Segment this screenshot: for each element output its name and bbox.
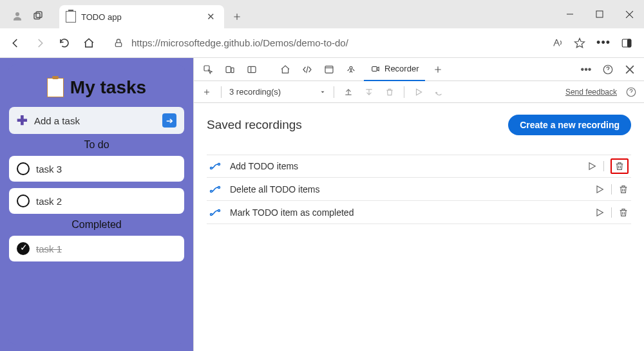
svg-rect-9	[231, 68, 234, 72]
svg-point-19	[218, 186, 220, 188]
task-checkbox-done[interactable]	[17, 242, 30, 255]
recording-row[interactable]: Add TODO items	[207, 155, 631, 178]
recording-name: Add TODO items	[230, 161, 578, 171]
svg-point-17	[218, 164, 220, 166]
recording-row[interactable]: Mark TODO item as completed	[207, 201, 631, 224]
titlebar: TODO app ✕	[0, 0, 644, 28]
chevron-down-icon	[319, 89, 326, 95]
toolbar-help-icon[interactable]	[625, 86, 638, 99]
flow-icon	[209, 185, 221, 194]
import-icon	[363, 86, 375, 99]
task-label: task 3	[36, 164, 62, 175]
tab-recorder-label: Recorder	[384, 64, 419, 73]
svg-rect-2	[36, 12, 42, 17]
recording-row[interactable]: Delete all TODO items	[207, 178, 631, 201]
delete-toolbar-icon	[383, 86, 396, 99]
task-checkbox[interactable]	[17, 194, 30, 207]
read-aloud-icon[interactable]	[551, 37, 563, 49]
window-minimize-icon[interactable]	[555, 0, 585, 28]
plus-icon: ✚	[17, 113, 28, 128]
svg-point-21	[218, 209, 220, 211]
camera-icon	[370, 64, 381, 73]
lock-icon	[113, 38, 124, 48]
inspect-icon[interactable]	[199, 61, 217, 79]
close-tab-icon[interactable]: ✕	[204, 11, 218, 23]
delete-recording-icon[interactable]	[611, 158, 629, 174]
play-recording-icon[interactable]	[587, 161, 597, 171]
task-row[interactable]: task 2	[9, 188, 184, 214]
profile-icon[interactable]	[12, 10, 23, 22]
recording-name: Delete all TODO items	[230, 184, 585, 194]
browser-tab[interactable]: TODO app ✕	[59, 5, 224, 28]
window-close-icon[interactable]	[614, 0, 644, 28]
svg-rect-11	[325, 66, 333, 73]
help-icon[interactable]	[599, 61, 617, 79]
device-toggle-icon[interactable]	[221, 61, 239, 79]
tab-title: TODO app	[81, 12, 199, 22]
create-recording-button[interactable]: Create a new recording	[508, 115, 631, 135]
svg-rect-10	[248, 66, 256, 72]
recordings-dropdown[interactable]: 3 recording(s)	[229, 87, 326, 97]
home-button[interactable]	[81, 35, 97, 51]
delete-recording-icon[interactable]	[618, 207, 629, 218]
recordings-count: 3 recording(s)	[229, 87, 281, 97]
send-feedback-link[interactable]: Send feedback	[565, 88, 617, 97]
more-tools-icon[interactable]: •••	[577, 61, 595, 79]
devtools-panel: Recorder ••• 3 recording(s) Send feedbac…	[193, 58, 644, 351]
welcome-tab-icon[interactable]	[276, 61, 294, 79]
svg-rect-4	[115, 43, 121, 46]
task-label: task 2	[36, 196, 62, 207]
submit-task-button[interactable]: ➔	[162, 113, 176, 128]
tab-actions-icon[interactable]	[32, 10, 44, 22]
new-recording-icon[interactable]	[200, 86, 213, 99]
svg-rect-13	[372, 66, 377, 71]
url-field[interactable]: https://microsoftedge.github.io/Demos/de…	[106, 37, 542, 48]
clipboard-icon	[47, 78, 64, 97]
refresh-button[interactable]	[57, 35, 72, 51]
elements-tab-icon[interactable]	[298, 61, 316, 79]
svg-point-16	[211, 167, 213, 169]
add-task-input[interactable]: ✚ Add a task ➔	[9, 107, 184, 134]
tab-recorder[interactable]: Recorder	[364, 58, 425, 81]
play-toolbar-icon	[412, 86, 425, 99]
new-tab-button[interactable]	[225, 5, 249, 28]
play-recording-icon[interactable]	[594, 184, 605, 194]
app-title: My tasks	[70, 77, 146, 98]
replay-settings-icon	[433, 86, 446, 99]
add-task-label: Add a task	[34, 115, 156, 126]
task-row[interactable]: task 3	[9, 156, 184, 182]
sources-tab-icon[interactable]	[342, 61, 360, 79]
window-maximize-icon[interactable]	[585, 0, 614, 28]
task-row-completed[interactable]: task 1	[9, 236, 184, 261]
svg-rect-1	[34, 14, 40, 19]
more-tabs-button[interactable]	[429, 61, 447, 79]
section-todo-label: To do	[9, 134, 184, 156]
settings-more-icon[interactable]: •••	[596, 36, 611, 50]
recordings-list: Add TODO items Delete all TODO items	[207, 155, 631, 224]
sidebar-toggle-icon[interactable]	[621, 37, 632, 49]
address-bar: https://microsoftedge.github.io/Demos/de…	[0, 28, 644, 58]
favorite-icon[interactable]	[573, 37, 586, 50]
flow-icon	[209, 208, 221, 217]
play-recording-icon[interactable]	[594, 207, 605, 218]
svg-point-12	[350, 66, 352, 69]
app-panel: My tasks ✚ Add a task ➔ To do task 3 tas…	[0, 58, 193, 351]
section-completed-label: Completed	[9, 214, 184, 236]
svg-point-20	[211, 213, 213, 215]
tab-favicon	[66, 11, 76, 23]
devtools-tabstrip: Recorder •••	[194, 58, 644, 81]
task-label: task 1	[36, 243, 62, 254]
url-text: https://microsoftedge.github.io/Demos/de…	[131, 37, 348, 48]
task-checkbox[interactable]	[17, 162, 30, 175]
dock-side-icon[interactable]	[243, 61, 261, 79]
recorder-toolbar: 3 recording(s) Send feedback	[194, 81, 644, 103]
recordings-heading: Saved recordings	[207, 118, 302, 132]
svg-rect-8	[226, 66, 231, 72]
back-button[interactable]	[8, 35, 23, 51]
flow-icon	[209, 162, 221, 171]
delete-recording-icon[interactable]	[618, 184, 629, 194]
export-icon[interactable]	[342, 86, 355, 99]
close-devtools-icon[interactable]	[621, 61, 639, 79]
console-tab-icon[interactable]	[320, 61, 338, 79]
svg-rect-6	[628, 39, 631, 47]
